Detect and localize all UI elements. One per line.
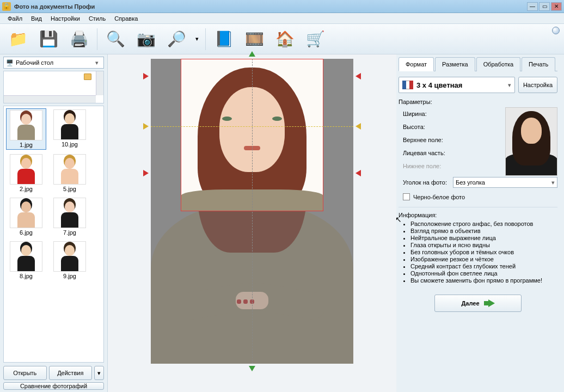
thumbnail[interactable]: 5.jpg (50, 153, 90, 193)
info-heading: Информация: (399, 212, 557, 218)
guide-marker[interactable] (355, 170, 361, 176)
thumbnail-label: 10.jpg (62, 141, 78, 148)
titlebar: 🔒 Фото на документы Профи — ▭ ✕ (0, 0, 564, 13)
menu-style[interactable]: Стиль (84, 14, 110, 23)
corner-combo[interactable]: Без уголка ▾ (453, 177, 557, 188)
minimize-button[interactable]: — (527, 2, 538, 11)
thumbnail-label: 8.jpg (20, 273, 33, 279)
tab-print[interactable]: Печать (522, 57, 555, 71)
photo-canvas[interactable] (151, 59, 353, 364)
menu-view[interactable]: Вид (27, 14, 46, 23)
thumbnail-label: 6.jpg (20, 229, 33, 236)
tab-markup[interactable]: Разметка (435, 57, 475, 71)
config-button[interactable]: Настройка (518, 77, 557, 93)
next-button[interactable]: Далее (434, 295, 522, 312)
folder-combo[interactable]: 🖥️ Рабочий стол ▾ (3, 57, 104, 69)
toolbar-separator (97, 28, 97, 50)
app-icon: 🔒 (2, 2, 11, 11)
thumbnail-label: 1.jpg (20, 142, 33, 148)
actions-button[interactable]: Действия (49, 366, 93, 380)
tree-vertical-scrollbar[interactable] (96, 71, 103, 95)
toolbar-video-button[interactable]: 🎞️ (240, 27, 269, 52)
thumbnail[interactable]: 9.jpg (50, 240, 90, 280)
camera-icon: 📷 (137, 30, 156, 48)
thumbnail-label: 5.jpg (63, 186, 76, 192)
format-preset-combo[interactable]: 3 x 4 цветная ▾ (399, 77, 515, 93)
panel-close-button[interactable] (552, 27, 560, 34)
guide-marker[interactable] (143, 123, 149, 130)
search-photo-icon: 🔎 (167, 30, 186, 48)
chevron-down-icon: ▾ (551, 179, 555, 186)
toolbar-separator (205, 28, 206, 50)
thumbnail[interactable]: 2.jpg (6, 153, 46, 193)
guide-marker-top[interactable] (249, 51, 255, 57)
cart-icon: 🛒 (306, 30, 325, 48)
info-item: Изображение резкое и чёткое (410, 256, 557, 262)
toolbar-camera-button[interactable]: 📷 (131, 27, 161, 52)
params-heading: Параметры: (399, 99, 557, 105)
corner-value: Без уголка (456, 179, 485, 186)
thumbnail-image (53, 241, 86, 272)
thumbnail-label: 2.jpg (20, 186, 33, 192)
right-panel: Формат Разметка Обработка Печать 3 x 4 ц… (396, 54, 564, 392)
close-button[interactable]: ✕ (551, 2, 562, 11)
thumbnail-image (10, 198, 42, 228)
toolbar-print-button[interactable]: 🖨️ (64, 27, 94, 52)
guide-marker-bottom[interactable] (249, 366, 255, 371)
tree-horizontal-scrollbar[interactable] (4, 95, 96, 103)
next-button-label: Далее (461, 300, 479, 307)
menu-help[interactable]: Справка (110, 14, 142, 23)
info-item: Нейтральное выражение лица (410, 235, 557, 241)
menu-file[interactable]: Файл (3, 14, 27, 23)
sidebar: 🖥️ Рабочий стол ▾ 1.jpg10.jpg2.jpg5.jpg6… (0, 54, 108, 392)
thumbnail[interactable]: 10.jpg (50, 108, 90, 150)
new-icon: 📁 (9, 30, 28, 48)
guide-marker[interactable] (355, 73, 361, 79)
actions-dropdown[interactable]: ▾ (94, 366, 104, 380)
tab-format[interactable]: Формат (399, 57, 434, 71)
thumbnail[interactable]: 6.jpg (6, 197, 46, 237)
bw-label: Черно-белое фото (413, 194, 465, 200)
thumbnail-image (10, 110, 42, 140)
toolbar-cart-button[interactable]: 🛒 (301, 27, 330, 52)
thumbnail-label: 7.jpg (63, 229, 76, 236)
guide-marker[interactable] (355, 123, 361, 130)
folder-tree[interactable] (3, 71, 104, 103)
thumbnail-label: 9.jpg (63, 273, 76, 279)
menu-settings[interactable]: Настройки (46, 14, 84, 23)
thumbnail-image (53, 198, 86, 228)
menubar: Файл Вид Настройки Стиль Справка (0, 13, 564, 24)
thumbnail-image (53, 154, 86, 185)
folder-label: Рабочий стол (16, 59, 53, 66)
toolbar-search-dropdown[interactable]: ▾ (192, 27, 202, 52)
magnifier-icon: 🔍 (106, 30, 125, 48)
thumbnail[interactable]: 1.jpg (6, 108, 46, 150)
photo-content (151, 59, 353, 364)
arrow-right-icon (484, 299, 495, 307)
toolbar-home-button[interactable]: 🏠 (270, 27, 299, 52)
thumbnail[interactable]: 7.jpg (50, 197, 90, 237)
guide-marker[interactable] (143, 73, 149, 79)
window-title: Фото на документы Профи (14, 3, 95, 10)
toolbar-save-button[interactable]: 💾 (34, 27, 63, 52)
toolbar-zoom-button[interactable]: 🔍 (101, 27, 130, 52)
bw-checkbox[interactable] (403, 193, 410, 200)
format-preview (505, 107, 557, 176)
tab-process[interactable]: Обработка (476, 57, 520, 71)
home-icon: 🏠 (275, 30, 295, 48)
info-list: Расположение строго анфас, без поворотов… (399, 220, 557, 284)
open-button[interactable]: Открыть (3, 366, 47, 380)
thumbnail[interactable]: 8.jpg (6, 240, 46, 280)
format-preset-label: 3 x 4 цветная (416, 81, 462, 89)
toolbar-help-button[interactable]: 📘 (209, 27, 238, 52)
compare-button[interactable]: Сравнение фотографий (3, 382, 104, 390)
info-item: Без головных уборов и тёмных очков (410, 249, 557, 255)
info-item: Глаза открыты и ясно видны (410, 242, 557, 248)
toolbar-new-button[interactable]: 📁 (3, 27, 33, 52)
guide-marker[interactable] (143, 170, 149, 176)
guide-vertical (252, 59, 253, 364)
maximize-button[interactable]: ▭ (539, 2, 550, 11)
toolbar-search-button[interactable]: 🔎 (162, 27, 191, 52)
folder-icon (84, 74, 91, 80)
info-item: Взгляд прямо в объектив (410, 228, 557, 234)
